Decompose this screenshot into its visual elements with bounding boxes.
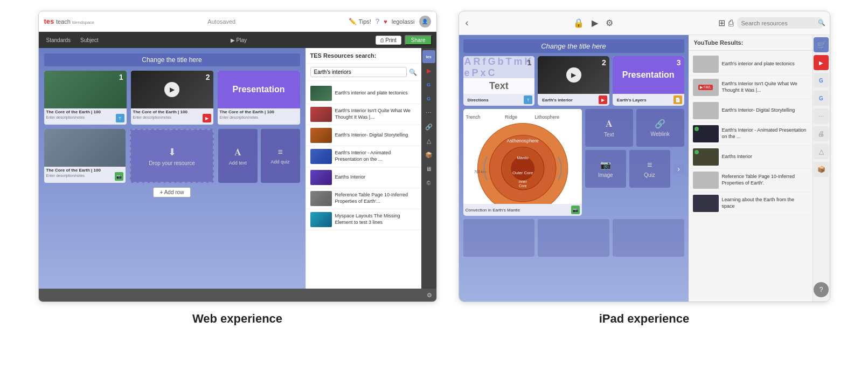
ipad-result-item[interactable]: Earths Interior bbox=[689, 146, 813, 169]
sidebar-youtube-icon[interactable]: ▶ bbox=[422, 64, 435, 77]
help-button[interactable]: ? bbox=[814, 282, 829, 297]
add-text-card[interactable]: 𝐀 Add text bbox=[218, 129, 258, 183]
play-button[interactable]: ▶ Play bbox=[227, 36, 250, 44]
presentation-img: 3 Presentation bbox=[613, 56, 684, 94]
result-item[interactable]: Earth's interior and plate tectonics bbox=[306, 83, 421, 104]
result-item[interactable]: Reference Table Page 10-Inferred Propert… bbox=[306, 188, 421, 209]
web-toolbar: Standards Subject ▶ Play ⎙ Print Share bbox=[39, 32, 436, 48]
dropbox-icon[interactable]: 📦 bbox=[814, 162, 829, 177]
sidebar-tes-icon[interactable]: tes bbox=[422, 50, 435, 63]
youtube-icon[interactable]: ▶ bbox=[814, 55, 829, 70]
grid-icon[interactable]: ⊞ bbox=[718, 18, 725, 28]
sidebar-dropbox-icon[interactable]: 📦 bbox=[422, 148, 435, 161]
print-button[interactable]: ⎙ Print bbox=[376, 36, 401, 45]
ipad-topbar: ‹ 🔒 ▶ ⚙ ⊞ ⎙ 🔍 bbox=[459, 11, 830, 35]
result-item[interactable]: Earth's Interior- Digital Storytelling bbox=[306, 125, 421, 146]
result-text: Learning about the Earth from the space bbox=[722, 197, 808, 209]
print-icon[interactable]: 🖨 bbox=[814, 126, 829, 141]
sidebar-monitor-icon[interactable]: 🖥 bbox=[422, 162, 435, 175]
ipad-right-panel: YouTube Results: Earth's interior and pl… bbox=[689, 35, 813, 302]
result-text: Earth's interior and plate tectonics bbox=[335, 90, 408, 97]
result-text: Earths Interior bbox=[335, 174, 366, 181]
card-2-img: 2 ▶ bbox=[131, 71, 213, 108]
drop-zone[interactable]: ⬇ Drop your resource bbox=[130, 129, 214, 183]
result-text: Earth's interior and plate tectonics bbox=[722, 61, 808, 67]
result-item[interactable]: Earth's Interior Isn't Quite What We Tho… bbox=[306, 104, 421, 125]
card-number-2: 2 bbox=[602, 58, 606, 67]
search-icon: 🔍 bbox=[409, 69, 417, 76]
svg-text:Manto: Manto bbox=[517, 155, 528, 160]
gear-icon[interactable]: ⚙ bbox=[427, 292, 432, 299]
sidebar-triangle-icon[interactable]: △ bbox=[422, 134, 435, 147]
drive-icon[interactable]: △ bbox=[814, 144, 829, 159]
share-button[interactable]: Share bbox=[405, 35, 432, 45]
image-label: Image bbox=[598, 172, 613, 178]
next-button[interactable]: › bbox=[673, 165, 684, 173]
google-icon[interactable]: G bbox=[814, 73, 829, 88]
add-row-button[interactable]: + Add row bbox=[153, 187, 191, 197]
ipad-title-bar[interactable]: Change the title here bbox=[463, 39, 684, 53]
svg-text:Ridge: Ridge bbox=[505, 114, 517, 120]
ipad-grid-row-1: ARf GbT mKe PxC 1 Text Directions T bbox=[463, 56, 684, 106]
web-card-2[interactable]: 2 ▶ ▶ The Core of the Earth | 100 Enter … bbox=[131, 71, 213, 125]
sidebar-google2-icon[interactable]: G bbox=[422, 92, 435, 105]
back-button[interactable]: ‹ bbox=[466, 17, 469, 29]
lock-icon[interactable]: 🔒 bbox=[573, 18, 584, 28]
result-item[interactable]: Earth's Interior - Animated Presentation… bbox=[306, 146, 421, 167]
settings-icon[interactable]: ⚙ bbox=[606, 18, 613, 28]
tips-icon: ✏️ bbox=[349, 18, 357, 25]
google2-icon[interactable]: G bbox=[814, 91, 829, 106]
standards-button[interactable]: Standards bbox=[43, 36, 74, 44]
earth-diagram: Trench Ridge Lithosphere Astheno bbox=[463, 109, 582, 204]
ipad-search-input[interactable] bbox=[741, 20, 816, 26]
result-item[interactable]: Earths Interior bbox=[306, 167, 421, 188]
help-icon[interactable]: ? bbox=[376, 17, 379, 25]
web-card-4[interactable]: 📷 The Core of the Earth | 100 Enter desc… bbox=[44, 129, 126, 183]
presentation-label: Presentation bbox=[218, 71, 300, 108]
ipad-card-text-directions[interactable]: ARf GbT mKe PxC 1 Text Directions T bbox=[463, 56, 535, 106]
tips-button[interactable]: ✏️ Tips! bbox=[349, 18, 371, 25]
ipad-card-presentation[interactable]: 3 Presentation Earth's Layers 📄 bbox=[613, 56, 684, 106]
diagram-label: Convection in Earth's Mantle bbox=[466, 208, 520, 213]
ipad-result-item[interactable]: Earth's Interior- Digital Storytelling bbox=[689, 99, 813, 122]
heart-icon[interactable]: ♥ bbox=[384, 18, 387, 25]
web-card-1[interactable]: 1 T The Core of the Earth | 100 Enter de… bbox=[44, 71, 127, 125]
play-icon[interactable]: ▶ bbox=[592, 18, 598, 28]
add-quiz-card[interactable]: ≡ Add quiz bbox=[261, 129, 300, 183]
ipad-result-item[interactable]: Reference Table Page 10-Inferred Propert… bbox=[689, 169, 813, 192]
earth-interior-img: 2 ▶ bbox=[538, 56, 609, 94]
search-header: TES Resources search: bbox=[306, 48, 421, 64]
ipad-card-earth-interior[interactable]: 2 ▶ Earth's interior ▶ bbox=[538, 56, 609, 106]
result-text: Earths Interior bbox=[722, 154, 808, 160]
search-input[interactable] bbox=[310, 67, 407, 77]
diagram-footer: Convection in Earth's Mantle 📷 bbox=[463, 204, 582, 216]
add-image-button[interactable]: 📷 Image bbox=[585, 150, 626, 188]
ipad-result-item[interactable]: ▶ FAIL Earth's Interior Isn't Quite What… bbox=[689, 76, 813, 99]
flickr-icon[interactable]: ⋯ bbox=[814, 108, 829, 124]
card-2-title: The Core of the Earth | 100 bbox=[131, 108, 213, 115]
web-card-3[interactable]: 3 Presentation The Core of the Earth | 1… bbox=[218, 71, 300, 125]
sidebar-dots-icon[interactable]: ⋯ bbox=[422, 106, 435, 119]
result-thumb bbox=[693, 56, 719, 73]
sidebar-link-icon[interactable]: 🔗 bbox=[422, 120, 435, 133]
subject-button[interactable]: Subject bbox=[77, 36, 101, 44]
add-text-button[interactable]: 𝐀 Text bbox=[585, 109, 633, 147]
ipad-result-item[interactable]: Learning about the Earth from the space bbox=[689, 192, 813, 215]
web-logo: tes teach blendspace bbox=[44, 17, 94, 25]
result-item[interactable]: Myspace Layouts The Missing Element to t… bbox=[306, 209, 421, 230]
web-experience-label: Web experience bbox=[192, 312, 282, 326]
ipad-grid-row-3 bbox=[463, 219, 684, 257]
ipad-app: ‹ 🔒 ▶ ⚙ ⊞ ⎙ 🔍 bbox=[459, 11, 830, 302]
sidebar-copyright-icon[interactable]: © bbox=[422, 176, 435, 189]
cart-icon[interactable]: 🛒 bbox=[814, 37, 829, 52]
add-weblink-button[interactable]: 🔗 Weblink bbox=[636, 109, 684, 147]
ipad-result-item[interactable]: Earth's interior and plate tectonics bbox=[689, 53, 813, 76]
ipad-diagram-card[interactable]: Trench Ridge Lithosphere Astheno bbox=[463, 109, 582, 216]
add-quiz-button[interactable]: ≡ Quiz bbox=[629, 150, 670, 188]
ipad-result-item[interactable]: Earth's Interior - Animated Presentation… bbox=[689, 122, 813, 146]
image-icon: 📷 bbox=[600, 160, 611, 170]
web-title-bar[interactable]: Change the title here bbox=[44, 53, 300, 66]
topbar-right: ✏️ Tips! ? ♥ legolassi 👤 bbox=[349, 16, 430, 28]
sidebar-google-icon[interactable]: G bbox=[422, 78, 435, 91]
share-icon[interactable]: ⎙ bbox=[728, 18, 734, 28]
